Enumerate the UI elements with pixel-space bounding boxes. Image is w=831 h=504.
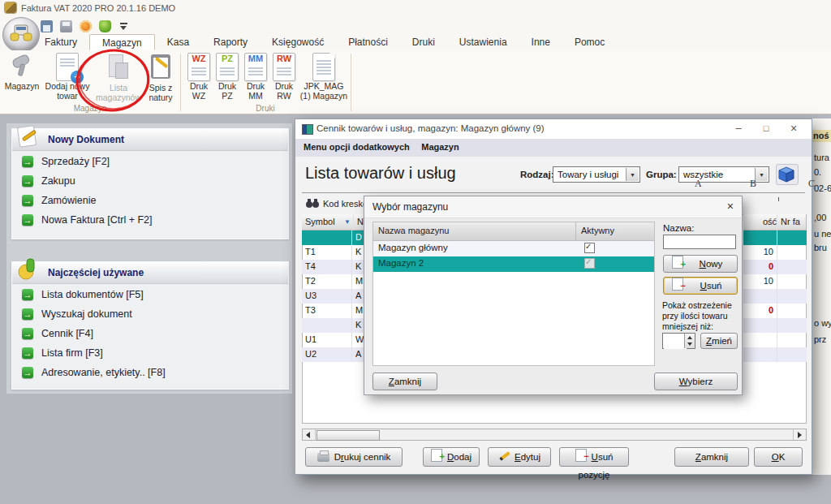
close-button[interactable]: × <box>782 119 805 138</box>
scrollbar-thumb[interactable] <box>316 430 380 441</box>
spinner-up-down-icons[interactable] <box>684 334 695 348</box>
aktywny-column-header[interactable]: Aktywny <box>576 222 654 240</box>
scroll-left-arrow[interactable] <box>303 429 316 440</box>
ribbon-tab[interactable]: Ustawienia <box>447 34 519 50</box>
products-table-right: ość Nr fa 10 0 10 <box>743 214 807 362</box>
ribbon-tab[interactable]: Kasa <box>155 34 201 50</box>
table-row[interactable]: T1 K <box>302 245 365 260</box>
sidebar-item[interactable]: → Adresowanie, etykiety.. [F8] <box>12 364 288 384</box>
shop-icon[interactable] <box>99 20 111 32</box>
ribbon-item-spis-z-natury[interactable]: Spis z natury <box>144 53 178 103</box>
chevron-down-icon[interactable]: ▼ <box>626 168 639 181</box>
table-row[interactable]: D <box>302 230 365 245</box>
ribbon-item-dodaj-nowy-towar[interactable]: Dodaj nowy towar <box>42 53 93 103</box>
sidebar-item[interactable]: → Wyszukaj dokument <box>12 306 288 325</box>
dialog-titlebar[interactable]: Wybór magazynu × <box>364 196 742 218</box>
sidebar-item[interactable]: → Zakupu <box>12 173 288 192</box>
ribbon-tab[interactable]: Inne <box>519 34 562 50</box>
maximize-button[interactable]: □ <box>755 119 777 138</box>
dialog-zamknij-button[interactable]: Zamknij <box>372 373 437 390</box>
cube-icon[interactable] <box>776 164 799 185</box>
table-row[interactable] <box>743 318 807 333</box>
table-row[interactable] <box>743 230 807 245</box>
table-row[interactable]: U2 A <box>302 347 365 362</box>
ribbon-tab[interactable]: Księgowość <box>260 34 336 50</box>
nazwa-input[interactable] <box>663 235 736 249</box>
quantity-column-header[interactable]: ość <box>743 214 777 230</box>
aktywny-checkbox[interactable] <box>584 243 595 253</box>
binoculars-search-icon[interactable] <box>305 197 320 212</box>
chevron-down-icon[interactable]: ▼ <box>755 168 768 181</box>
ribbon-tab[interactable]: Raporty <box>201 34 260 50</box>
dodaj-button[interactable]: Dodaj <box>423 447 480 467</box>
menu-magazyn[interactable]: Magazyn <box>421 142 459 152</box>
table-row[interactable]: K <box>302 318 365 333</box>
table-row[interactable]: 10 <box>743 274 807 289</box>
menu-opcje-dodatkowe[interactable]: Menu opcji dodatkowych <box>304 142 410 152</box>
usun-pozycje-button[interactable]: Usuń pozycję <box>559 447 629 467</box>
ribbon-tab[interactable]: Płatności <box>336 34 400 50</box>
table-row[interactable]: 0 <box>743 260 807 274</box>
ribbon-item-magazyn[interactable]: Magazyn <box>3 53 41 103</box>
sort-filter-icon[interactable]: ▼ <box>344 218 351 226</box>
wybierz-button[interactable]: Wybierz <box>654 373 738 390</box>
alphabet-filter-letter[interactable]: A <box>695 178 702 190</box>
table-row[interactable]: T3 M <box>302 304 365 318</box>
rodzaj-select[interactable]: Towary i usługi ▼ <box>553 166 640 183</box>
alphabet-filter-letter[interactable]: B <box>750 178 756 190</box>
sidebar-item[interactable]: → Nowa Faktura [Ctrl + F2] <box>12 212 288 231</box>
table-row[interactable]: 10 <box>743 245 807 260</box>
ok-button[interactable]: OK <box>754 447 803 467</box>
drukuj-cennik-button[interactable]: Drukuj cennik <box>305 447 403 467</box>
save-icon[interactable] <box>41 20 53 32</box>
ribbon-tab[interactable]: Magazyn <box>89 34 155 50</box>
sidebar-item[interactable]: → Lista firm [F3] <box>12 345 288 364</box>
sidebar-item[interactable]: → Lista dokumentów [F5] <box>12 286 288 306</box>
ribbon-tab[interactable]: Faktury <box>32 34 89 50</box>
table-row[interactable]: U1 W <box>302 333 365 347</box>
symbol-column-header[interactable]: Symbol▼ <box>302 214 354 230</box>
edytuj-button[interactable]: Edytuj <box>488 447 551 467</box>
threshold-input[interactable] <box>664 334 687 349</box>
table-row[interactable]: 0 <box>743 304 807 318</box>
ribbon-item-druk-mm[interactable]: MM Druk MM <box>242 53 269 103</box>
close-icon[interactable]: × <box>727 200 734 213</box>
table-row[interactable]: T2 M <box>302 274 365 289</box>
window-titlebar[interactable]: Cennik towarów i usług, magazyn: Magazyn… <box>295 119 812 140</box>
table-row[interactable]: U3 A <box>302 289 365 304</box>
magazyn-row[interactable]: Magazyn główny <box>373 241 654 256</box>
zmien-button[interactable]: Zmień <box>700 333 738 349</box>
sidebar-item[interactable]: → Zamówienie <box>12 192 288 212</box>
scroll-right-arrow[interactable] <box>793 429 806 440</box>
ribbon-item-jpk-mag[interactable]: JPK_MAG (1) Magazyn <box>299 53 349 103</box>
nazwa-magazynu-column-header[interactable]: Nazwa magazynu <box>373 222 576 240</box>
green-arrow-icon: → <box>22 367 33 378</box>
magazyn-row[interactable]: Magazyn 2 <box>373 256 654 272</box>
ribbon-item-druk-rw[interactable]: RW Druk RW <box>270 53 298 103</box>
zamknij-button[interactable]: Zamknij <box>674 447 749 467</box>
invoice-column-header[interactable]: Nr fa <box>777 214 807 230</box>
table-row[interactable] <box>743 289 807 304</box>
table-row[interactable]: T4 K <box>302 260 365 274</box>
nowy-button[interactable]: Nowy <box>663 255 738 273</box>
table-row[interactable] <box>743 347 807 362</box>
alphabet-filter-letter[interactable]: C <box>808 178 815 190</box>
table-row[interactable] <box>743 333 807 347</box>
print-icon[interactable] <box>60 20 72 32</box>
minimize-button[interactable]: – <box>727 119 750 138</box>
ribbon-item-lista-magazynow[interactable]: Lista magazynów <box>94 53 143 103</box>
aktywny-checkbox[interactable] <box>584 258 595 269</box>
quick-access-toolbar <box>41 18 130 34</box>
sidebar-item[interactable]: → Sprzedaży [F2] <box>12 153 288 173</box>
customize-quick-access-icon[interactable] <box>118 20 130 32</box>
horizontal-scrollbar[interactable] <box>302 429 807 441</box>
background-text-fragment: prz <box>814 334 826 344</box>
ribbon-item-druk-wz[interactable]: WZ Druk WZ <box>185 53 213 103</box>
ribbon-tab[interactable]: Druki <box>400 34 447 50</box>
sidebar-item[interactable]: → Cennik [F4] <box>12 325 288 345</box>
ribbon-tab[interactable]: Pomoc <box>562 34 617 50</box>
license-badge-icon[interactable] <box>80 20 92 32</box>
ribbon-item-druk-pz[interactable]: PZ Druk PZ <box>213 53 241 103</box>
usun-button[interactable]: Usuń <box>663 277 738 295</box>
threshold-spinner[interactable] <box>662 333 695 349</box>
